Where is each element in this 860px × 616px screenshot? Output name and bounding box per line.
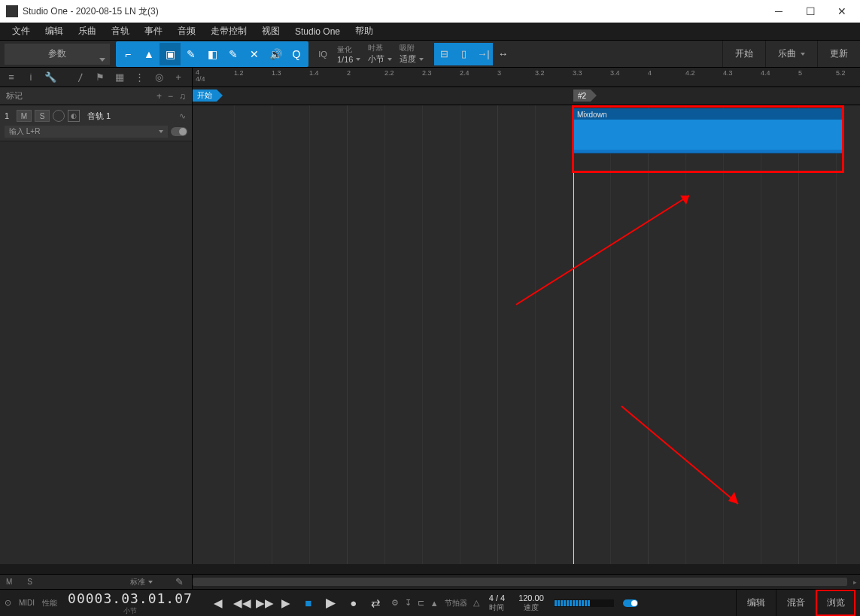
iq-button[interactable]: IQ [316,50,330,59]
midi-label: MIDI [19,599,35,607]
horizontal-scrollbar[interactable] [193,575,839,589]
snap-mode-4-icon[interactable]: ↔ [493,43,512,65]
plus-icon[interactable]: + [172,71,185,83]
mixer-button[interactable]: 混音 [776,590,816,616]
browser-button[interactable]: 浏览 [816,590,855,616]
input-select[interactable]: 输入 L+R [5,126,168,138]
marker-add-icon[interactable]: + [157,91,162,102]
parameter-box[interactable]: 参数 [5,44,110,65]
autopunch-icon[interactable]: ↧ [405,598,412,608]
window-title: Studio One - 2020-08-15 LN 龙(3) [23,5,770,18]
svg-line-2 [621,406,738,504]
maximize-button[interactable]: ☐ [801,2,819,20]
minimize-button[interactable]: ─ [770,2,788,20]
gear-icon[interactable]: ⚙ [391,598,399,608]
list-icon[interactable]: ≡ [5,71,18,83]
eraser-tool-icon[interactable]: ◧ [202,43,223,65]
bottom-strip: M S 标准 ✎ ◂ ▸ [0,574,860,589]
loop-button[interactable]: ⇄ [369,596,384,610]
menu-song[interactable]: 乐曲 [71,25,104,38]
sync-icon[interactable]: ⊙ [5,598,11,608]
snap-mode-2-icon[interactable]: ▯ [454,43,473,65]
menu-studioone[interactable]: Studio One [287,26,348,37]
precount-icon[interactable]: △ [473,598,479,608]
timebase-select[interactable]: 时基 小节 [368,43,392,65]
zoom-tool-icon[interactable]: Q [286,43,307,65]
meter-toggle[interactable] [623,599,638,607]
editor-button[interactable]: 编辑 [736,590,776,616]
automation-mode[interactable]: 标准 [130,577,153,587]
info-icon[interactable]: i [24,71,38,83]
record-arm-button[interactable] [53,110,65,122]
marker-header: 标记 + − ♫ [0,87,193,105]
input-toggle[interactable] [171,127,187,136]
menu-file[interactable]: 文件 [5,25,38,38]
range-tool-icon[interactable]: ▣ [160,43,181,65]
wrench-icon[interactable]: 🔧 [44,71,57,83]
marker-track[interactable]: 开始 #2 [193,87,860,105]
global-mute[interactable]: M [6,578,12,586]
menu-transport[interactable]: 走带控制 [203,25,254,38]
tempo-display[interactable]: 120.00 速度 [518,593,544,613]
mute-tool-icon[interactable]: ✕ [244,43,265,65]
next-marker-button[interactable]: ▶ [278,596,293,610]
flag-icon[interactable]: ⚑ [93,71,107,83]
menu-edit[interactable]: 编辑 [38,25,71,38]
ruler-left-tools: ≡ i 🔧 〳 ⚑ ▦ ⋮ ◎ + [0,68,193,86]
snap-select[interactable]: 吸附 适度 [400,43,424,65]
group-icon[interactable]: ▦ [113,71,126,83]
snap-mode-1-icon[interactable]: ⊟ [434,43,454,65]
snap-mode-icons: ⊟ ▯ →| ↔ [434,43,512,65]
perf-label[interactable]: 性能 [42,598,57,608]
rewind-button[interactable]: ◀◀ [233,596,248,610]
stop-button[interactable]: ■ [301,596,316,609]
marker-2[interactable]: #2 [573,90,591,102]
lasso-tool-icon[interactable]: ⌐ [117,43,138,65]
menubar: 文件 编辑 乐曲 音轨 事件 音频 走带控制 视图 Studio One 帮助 [0,23,860,41]
menu-help[interactable]: 帮助 [348,25,381,38]
timeline-ruler[interactable]: 44/4 1.21.31.422.22.32.433.23.33.444.24.… [193,68,860,86]
arrange-area[interactable]: Mixdown [193,105,860,564]
preroll-icon[interactable]: ⊏ [418,598,424,608]
menu-track[interactable]: 音轨 [104,25,137,38]
global-solo[interactable]: S [27,578,32,586]
update-button[interactable]: 更新 [817,41,860,67]
bottom-strip-left: M S 标准 ✎ [0,575,193,589]
target-icon[interactable]: ◎ [152,71,166,83]
timesig-display[interactable]: 4 / 4 时间 [489,593,505,613]
pencil-tool-icon[interactable]: ✎ [181,43,202,65]
paint-tool-icon[interactable]: ✎ [223,43,244,65]
forward-button[interactable]: ▶▶ [256,596,271,610]
scrollbar-thumb[interactable] [193,578,847,586]
menu-event[interactable]: 事件 [137,25,170,38]
menu-view[interactable]: 视图 [254,25,287,38]
mute-button[interactable]: M [17,110,32,122]
time-display[interactable]: 00003.03.01.07 [68,590,193,606]
marker-note-icon[interactable]: ♫ [179,91,186,102]
snap-mode-3-icon[interactable]: →| [473,43,493,65]
prev-marker-button[interactable]: ◀ [211,596,226,610]
quantize-select[interactable]: 量化 1/16 [337,44,360,64]
metronome-icon[interactable]: ▲ [430,599,439,608]
monitor-button[interactable]: ◐ [68,110,80,122]
automation-icon[interactable]: 〳 [74,71,87,83]
menu-audio[interactable]: 音频 [170,25,203,38]
marker-start[interactable]: 开始 [193,90,217,102]
zoom-in-icon[interactable]: ▸ [849,575,860,589]
close-button[interactable]: ✕ [833,2,851,20]
marker-remove-icon[interactable]: − [168,91,173,102]
dots-icon[interactable]: ⋮ [132,71,146,83]
arrow-tool-icon[interactable]: ▲ [138,43,160,65]
song-button[interactable]: 乐曲 [765,41,817,67]
playhead[interactable] [573,105,574,564]
settings-icon[interactable]: ✎ [172,576,186,587]
track-name[interactable]: 音轨 1 [87,111,176,122]
start-button[interactable]: 开始 [722,41,765,67]
play-button[interactable]: ▶ [324,595,339,611]
app-icon [6,5,18,17]
track-header[interactable]: 1 M S ◐ 音轨 1 ∿ 输入 L+R [0,105,192,141]
solo-button[interactable]: S [35,110,50,122]
record-button[interactable]: ● [346,596,361,609]
listen-tool-icon[interactable]: 🔊 [265,43,286,65]
audio-clip[interactable]: Mixdown [573,108,843,153]
